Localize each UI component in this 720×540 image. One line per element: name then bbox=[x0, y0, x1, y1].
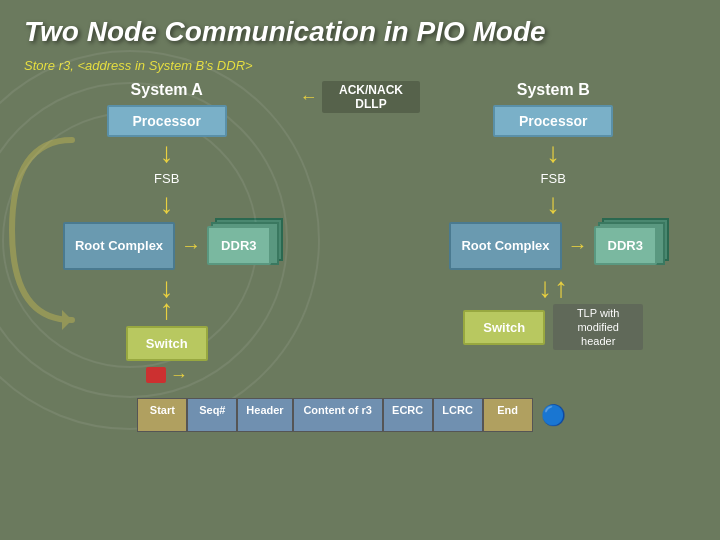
tlp-note: TLP with modified header bbox=[553, 304, 643, 351]
ddr3-stack-b: DDR3 bbox=[594, 226, 657, 265]
packet-cell-start: Start bbox=[137, 398, 187, 432]
packet-cell-content: Content of r3 bbox=[293, 398, 383, 432]
arrow-down-a: ↓ bbox=[160, 137, 174, 169]
processor-b: Processor bbox=[493, 105, 613, 137]
packet-icon: 🔵 bbox=[533, 398, 583, 432]
main-content: System A Processor ↓ FSB ↓ Root Complex … bbox=[24, 81, 696, 432]
rc-row-b: Root Complex → DDR3 bbox=[449, 222, 657, 270]
arrow-up-a: ↑ bbox=[160, 294, 174, 326]
fsb-b-label: FSB bbox=[541, 171, 566, 186]
svg-marker-0 bbox=[62, 310, 72, 330]
arrows-b3: ↓ ↑ bbox=[538, 272, 568, 304]
arrow-right-b: → bbox=[568, 234, 588, 257]
arrow-down-b: ↓ bbox=[546, 137, 560, 169]
switch-b: Switch bbox=[463, 310, 545, 345]
system-b: System B Processor ↓ FSB ↓ Root Complex … bbox=[420, 81, 686, 350]
ack-label: ACK/NACK DLLP bbox=[322, 81, 421, 113]
rc-row-a: Root Complex → DDR3 bbox=[63, 222, 271, 270]
arrow-down-b2: ↓ bbox=[546, 188, 560, 220]
packet-row: StartSeq#HeaderContent of r3ECRCLCRCEnd🔵 bbox=[24, 398, 696, 432]
ddr3-stack-a: DDR3 bbox=[207, 226, 270, 265]
slide-title: Two Node Communication in PIO Mode bbox=[24, 16, 696, 48]
packet-cell-header: Header bbox=[237, 398, 292, 432]
fsb-a-label: FSB bbox=[154, 171, 179, 186]
red-indicator-a bbox=[146, 367, 166, 383]
packet-cell-seq: Seq# bbox=[187, 398, 237, 432]
packet-cell-ecrc: ECRC bbox=[383, 398, 433, 432]
circular-arrow-decoration bbox=[2, 120, 82, 340]
middle-area: ← ACK/NACK DLLP bbox=[300, 81, 421, 163]
switch-a: Switch bbox=[126, 326, 208, 361]
systems-labels-row: System A Processor ↓ FSB ↓ Root Complex … bbox=[24, 81, 696, 386]
switch-a-extras: → bbox=[146, 365, 188, 386]
packet-cell-lcrc: LCRC bbox=[433, 398, 483, 432]
ddr3-a: DDR3 bbox=[207, 226, 270, 265]
arrow-up-b: ↑ bbox=[554, 272, 568, 304]
arrow-down-b3: ↓ bbox=[538, 272, 552, 304]
switch-b-row: Switch TLP with modified header bbox=[463, 304, 643, 351]
slide-subtitle: Store r3, <address in System B's DDR> bbox=[24, 58, 696, 73]
processor-a: Processor bbox=[107, 105, 227, 137]
root-complex-b: Root Complex bbox=[449, 222, 561, 270]
arrow-left-ack: ← bbox=[300, 87, 318, 108]
slide: Two Node Communication in PIO Mode Store… bbox=[0, 0, 720, 540]
ddr3-b: DDR3 bbox=[594, 226, 657, 265]
arrow-right-switch-a: → bbox=[170, 365, 188, 386]
system-b-label: System B bbox=[517, 81, 590, 99]
arrow-down-a2: ↓ bbox=[160, 188, 174, 220]
packet-cell-end: End bbox=[483, 398, 533, 432]
arrow-right-a: → bbox=[181, 234, 201, 257]
ack-row: ← ACK/NACK DLLP bbox=[300, 81, 421, 113]
system-a-label: System A bbox=[131, 81, 203, 99]
